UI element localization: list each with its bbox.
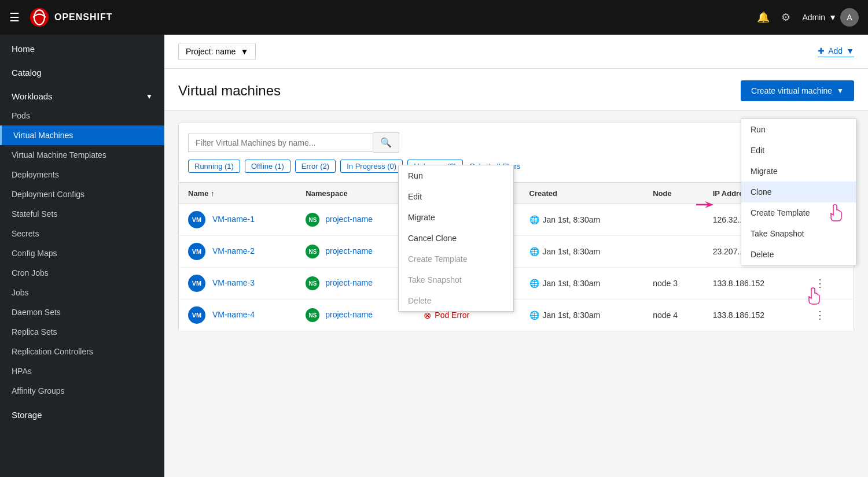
sidebar-item-deployment-configs[interactable]: Deployment Configs	[0, 184, 164, 204]
kebab-button[interactable]: ⋮	[810, 276, 830, 291]
filter-chip-in-progress-0[interactable]: In Progress (0)	[340, 160, 403, 173]
ns-badge: NS	[306, 276, 319, 290]
context-menu-left: RunEditMigrateCancel CloneCreate Templat…	[398, 165, 514, 312]
cell-created: 🌐Jan 1st, 8:30am	[520, 236, 644, 268]
cell-node: node 4	[643, 299, 703, 331]
cell-namespace: NS project-name	[296, 204, 414, 236]
notification-icon[interactable]: 🔔	[757, 11, 770, 24]
sidebar-item-deployments[interactable]: Deployments	[0, 165, 164, 184]
globe-icon: 🌐	[529, 247, 539, 256]
sidebar-item-config-maps[interactable]: Config Maps	[0, 243, 164, 263]
col-name: Name ↑	[179, 183, 297, 204]
user-menu[interactable]: Admin ▼ A	[802, 8, 859, 27]
sidebar-item-hpas[interactable]: HPAs	[0, 361, 164, 381]
sidebar-item-replica-sets[interactable]: Replica Sets	[0, 322, 164, 342]
vm-badge: VM	[188, 275, 205, 292]
context-menu-right: RunEditMigrateCloneCreate TemplateTake S…	[741, 119, 856, 265]
add-chevron-icon: ▼	[846, 46, 854, 56]
cell-name: VM VM-name-2	[179, 236, 297, 268]
sidebar-item-daemon-sets[interactable]: Daemon Sets	[0, 302, 164, 322]
chevron-down-icon: ▼	[146, 93, 153, 101]
cell-name: VM VM-name-1	[179, 204, 297, 236]
cell-kebab: ⋮	[801, 268, 854, 299]
ctx-left-migrate[interactable]: Migrate	[399, 207, 513, 228]
avatar: A	[840, 8, 859, 27]
cell-namespace: NS project-name	[296, 268, 414, 299]
project-label: Project: name	[186, 47, 236, 56]
cell-namespace: NS project-name	[296, 236, 414, 268]
ns-badge: NS	[306, 308, 319, 322]
ns-link[interactable]: project-name	[325, 246, 373, 256]
vm-name-link[interactable]: VM-name-4	[212, 310, 255, 319]
ctx-right-edit[interactable]: Edit	[741, 140, 856, 161]
ctx-right-run[interactable]: Run	[741, 119, 856, 140]
ctx-right-migrate[interactable]: Migrate	[741, 161, 856, 182]
sidebar-item-virtual-machines[interactable]: Virtual Machines	[0, 125, 164, 145]
add-button[interactable]: ✚ Add ▼	[818, 46, 854, 57]
cell-name: VM VM-name-3	[179, 268, 297, 299]
filter-chip-running-1[interactable]: Running (1)	[188, 160, 240, 173]
create-vm-label: Create virtual machine	[751, 86, 832, 95]
search-button[interactable]: 🔍	[373, 132, 399, 153]
sidebar-home[interactable]: Home	[0, 35, 164, 58]
table-row: VM VM-name-4 NS project-name ⊗ Pod Error…	[179, 299, 854, 331]
cell-ip: 133.8.186.152	[704, 299, 801, 331]
hamburger-icon[interactable]: ☰	[9, 10, 20, 24]
globe-icon: 🌐	[529, 279, 539, 288]
cell-namespace: NS project-name	[296, 299, 414, 331]
sidebar-item-replication-controllers[interactable]: Replication Controllers	[0, 342, 164, 361]
ctx-right-take-snapshot[interactable]: Take Snapshot	[741, 223, 856, 244]
settings-icon[interactable]: ⚙	[781, 11, 790, 24]
ctx-left-delete: Delete	[399, 290, 513, 311]
cell-node	[643, 204, 703, 236]
sidebar-item-stateful-sets[interactable]: Stateful Sets	[0, 204, 164, 224]
globe-icon: 🌐	[529, 310, 539, 320]
vm-name-link[interactable]: VM-name-3	[212, 278, 255, 287]
ctx-left-create-template: Create Template	[399, 249, 513, 269]
ctx-right-delete[interactable]: Delete	[741, 244, 856, 265]
ns-link[interactable]: project-name	[325, 215, 373, 224]
ctx-left-cancel-clone[interactable]: Cancel Clone	[399, 228, 513, 249]
ctx-right-clone[interactable]: Clone	[741, 182, 856, 202]
vm-name-link[interactable]: VM-name-1	[212, 215, 255, 224]
cell-kebab: ⋮	[801, 299, 854, 331]
create-vm-button[interactable]: Create virtual machine ▼	[741, 80, 854, 101]
vm-name-link[interactable]: VM-name-2	[212, 246, 255, 256]
project-bar: Project: name ▼ ✚ Add ▼	[164, 35, 868, 69]
cell-ip: 133.8.186.152	[704, 268, 801, 299]
filter-chip-offline-1[interactable]: Offline (1)	[245, 160, 290, 173]
table-row: VM VM-name-3 NS project-name ↺ Cloning 🌐…	[179, 268, 854, 299]
sidebar-items: PodsVirtual MachinesVirtual Machine Temp…	[0, 106, 164, 401]
sidebar-item-pods[interactable]: Pods	[0, 106, 164, 125]
vm-badge: VM	[188, 306, 205, 324]
admin-label: Admin	[802, 13, 825, 22]
sidebar-item-jobs[interactable]: Jobs	[0, 283, 164, 302]
sidebar-item-secrets[interactable]: Secrets	[0, 224, 164, 243]
cell-created: 🌐Jan 1st, 8:30am	[520, 299, 644, 331]
ctx-right-create-template[interactable]: Create Template	[741, 202, 856, 223]
search-input[interactable]	[188, 134, 373, 152]
project-selector[interactable]: Project: name ▼	[178, 43, 256, 60]
ctx-left-run[interactable]: Run	[399, 165, 513, 186]
cell-name: VM VM-name-4	[179, 299, 297, 331]
cell-created: 🌐Jan 1st, 8:30am	[520, 204, 644, 236]
col-created: Created	[520, 183, 644, 204]
ctx-left-edit[interactable]: Edit	[399, 186, 513, 207]
col-namespace: Namespace	[296, 183, 414, 204]
sidebar-catalog[interactable]: Catalog	[0, 58, 164, 82]
ctx-left-take-snapshot: Take Snapshot	[399, 269, 513, 290]
sidebar-item-affinity-groups[interactable]: Affinity Groups	[0, 381, 164, 401]
ns-link[interactable]: project-name	[325, 310, 373, 319]
vm-badge: VM	[188, 211, 205, 228]
sidebar: Home Catalog Workloads ▼ PodsVirtual Mac…	[0, 35, 164, 477]
filter-chip-error-2[interactable]: Error (2)	[295, 160, 336, 173]
page-title: Virtual machines	[178, 83, 281, 99]
kebab-button[interactable]: ⋮	[810, 308, 830, 323]
sidebar-workloads[interactable]: Workloads ▼	[0, 82, 164, 106]
sidebar-storage[interactable]: Storage	[0, 401, 164, 424]
sidebar-item-cron-jobs[interactable]: Cron Jobs	[0, 263, 164, 283]
ns-link[interactable]: project-name	[325, 278, 373, 287]
cell-node	[643, 236, 703, 268]
sidebar-item-vm-templates[interactable]: Virtual Machine Templates	[0, 145, 164, 165]
topnav: ☰ OPENSHIFT 🔔 ⚙ Admin ▼ A	[0, 0, 868, 35]
